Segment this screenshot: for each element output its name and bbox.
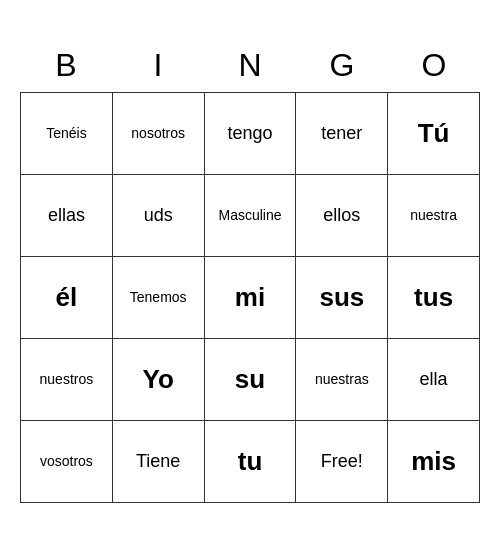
bingo-cell: sus [296, 256, 388, 338]
bingo-cell: tener [296, 92, 388, 174]
bingo-cell: Yo [112, 338, 204, 420]
bingo-cell: nuestra [388, 174, 480, 256]
bingo-cell: nuestros [21, 338, 113, 420]
header-letter: I [112, 41, 204, 90]
table-row: élTenemosmisustus [21, 256, 480, 338]
bingo-grid: TenéisnosotrostengotenerTúellasudsMascul… [20, 92, 480, 503]
bingo-cell: vosotros [21, 420, 113, 502]
bingo-cell: Tenemos [112, 256, 204, 338]
bingo-cell: su [204, 338, 296, 420]
bingo-cell: mi [204, 256, 296, 338]
bingo-cell: ellas [21, 174, 113, 256]
bingo-cell: ella [388, 338, 480, 420]
bingo-cell: tu [204, 420, 296, 502]
bingo-card: BINGO TenéisnosotrostengotenerTúellasuds… [10, 31, 490, 513]
bingo-cell: tus [388, 256, 480, 338]
bingo-cell: Tú [388, 92, 480, 174]
bingo-cell: Masculine [204, 174, 296, 256]
bingo-cell: Tiene [112, 420, 204, 502]
bingo-cell: nosotros [112, 92, 204, 174]
table-row: nuestrosYosunuestrasella [21, 338, 480, 420]
bingo-cell: Free! [296, 420, 388, 502]
header-letter: O [388, 41, 480, 90]
header-letter: N [204, 41, 296, 90]
table-row: vosotrosTienetuFree!mis [21, 420, 480, 502]
bingo-cell: él [21, 256, 113, 338]
bingo-cell: uds [112, 174, 204, 256]
table-row: TenéisnosotrostengotenerTú [21, 92, 480, 174]
table-row: ellasudsMasculineellosnuestra [21, 174, 480, 256]
header-letter: G [296, 41, 388, 90]
bingo-header: BINGO [20, 41, 480, 90]
bingo-cell: mis [388, 420, 480, 502]
bingo-cell: tengo [204, 92, 296, 174]
bingo-cell: Tenéis [21, 92, 113, 174]
bingo-cell: ellos [296, 174, 388, 256]
bingo-cell: nuestras [296, 338, 388, 420]
header-letter: B [20, 41, 112, 90]
